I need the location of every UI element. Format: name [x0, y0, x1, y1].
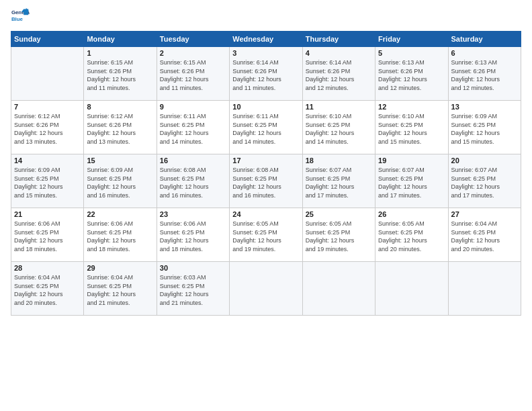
day-info: Sunrise: 6:11 AM Sunset: 6:25 PM Dayligh… — [232, 112, 299, 146]
weekday-header-thursday: Thursday — [302, 32, 375, 47]
day-info: Sunrise: 6:08 AM Sunset: 6:25 PM Dayligh… — [232, 166, 299, 199]
day-number: 25 — [306, 210, 372, 218]
day-number: 27 — [451, 210, 518, 218]
calendar-cell: 7Sunrise: 6:12 AM Sunset: 6:26 PM Daylig… — [11, 101, 84, 154]
day-info: Sunrise: 6:07 AM Sunset: 6:25 PM Dayligh… — [306, 166, 372, 199]
calendar-cell: 15Sunrise: 6:09 AM Sunset: 6:25 PM Dayli… — [84, 154, 157, 208]
day-number: 13 — [451, 103, 518, 111]
day-number: 2 — [160, 49, 226, 57]
weekday-header-sunday: Sunday — [11, 32, 84, 47]
day-info: Sunrise: 6:13 AM Sunset: 6:26 PM Dayligh… — [378, 58, 445, 92]
calendar-cell — [448, 262, 521, 316]
day-info: Sunrise: 6:04 AM Sunset: 6:25 PM Dayligh… — [87, 273, 153, 307]
day-info: Sunrise: 6:03 AM Sunset: 6:25 PM Dayligh… — [160, 273, 226, 307]
day-info: Sunrise: 6:14 AM Sunset: 6:26 PM Dayligh… — [232, 58, 299, 92]
calendar-cell: 10Sunrise: 6:11 AM Sunset: 6:25 PM Dayli… — [230, 101, 302, 154]
weekday-header-row: SundayMondayTuesdayWednesdayThursdayFrid… — [11, 32, 521, 47]
calendar-cell: 24Sunrise: 6:05 AM Sunset: 6:25 PM Dayli… — [230, 208, 302, 262]
day-number: 8 — [87, 103, 153, 111]
day-info: Sunrise: 6:06 AM Sunset: 6:25 PM Dayligh… — [14, 220, 81, 253]
day-info: Sunrise: 6:06 AM Sunset: 6:25 PM Dayligh… — [87, 220, 153, 253]
day-number: 28 — [14, 264, 81, 272]
day-info: Sunrise: 6:09 AM Sunset: 6:25 PM Dayligh… — [451, 112, 518, 146]
day-number: 11 — [306, 103, 372, 111]
day-number: 1 — [87, 49, 153, 57]
calendar-cell: 23Sunrise: 6:06 AM Sunset: 6:25 PM Dayli… — [157, 208, 229, 262]
day-info: Sunrise: 6:05 AM Sunset: 6:25 PM Dayligh… — [232, 220, 299, 253]
logo: General Blue — [11, 7, 32, 26]
day-info: Sunrise: 6:06 AM Sunset: 6:25 PM Dayligh… — [160, 220, 226, 253]
calendar-cell — [302, 262, 375, 316]
day-info: Sunrise: 6:13 AM Sunset: 6:26 PM Dayligh… — [451, 58, 518, 92]
calendar-cell: 13Sunrise: 6:09 AM Sunset: 6:25 PM Dayli… — [448, 101, 521, 154]
day-info: Sunrise: 6:04 AM Sunset: 6:25 PM Dayligh… — [14, 273, 81, 307]
weekday-header-monday: Monday — [84, 32, 157, 47]
calendar-cell: 11Sunrise: 6:10 AM Sunset: 6:25 PM Dayli… — [302, 101, 375, 154]
day-number: 5 — [378, 49, 445, 57]
calendar-table: SundayMondayTuesdayWednesdayThursdayFrid… — [11, 31, 521, 316]
calendar-cell: 12Sunrise: 6:10 AM Sunset: 6:25 PM Dayli… — [375, 101, 448, 154]
calendar-cell: 21Sunrise: 6:06 AM Sunset: 6:25 PM Dayli… — [11, 208, 84, 262]
calendar-cell: 17Sunrise: 6:08 AM Sunset: 6:25 PM Dayli… — [230, 154, 302, 208]
calendar-page: General Blue SundayMondayTuesdayWednesda… — [0, 0, 532, 411]
calendar-cell: 1Sunrise: 6:15 AM Sunset: 6:26 PM Daylig… — [84, 47, 157, 101]
day-number: 4 — [306, 49, 372, 57]
calendar-cell: 22Sunrise: 6:06 AM Sunset: 6:25 PM Dayli… — [84, 208, 157, 262]
logo-icon: General Blue — [11, 7, 30, 26]
day-info: Sunrise: 6:07 AM Sunset: 6:25 PM Dayligh… — [378, 166, 445, 199]
day-number: 15 — [87, 156, 153, 165]
calendar-cell: 8Sunrise: 6:12 AM Sunset: 6:26 PM Daylig… — [84, 101, 157, 154]
day-number: 22 — [87, 210, 153, 218]
day-number: 29 — [87, 264, 153, 272]
weekday-header-tuesday: Tuesday — [157, 32, 229, 47]
day-number: 18 — [306, 156, 372, 165]
day-number: 10 — [232, 103, 299, 111]
day-number: 9 — [160, 103, 226, 111]
day-number: 19 — [378, 156, 445, 165]
calendar-cell: 19Sunrise: 6:07 AM Sunset: 6:25 PM Dayli… — [375, 154, 448, 208]
day-info: Sunrise: 6:09 AM Sunset: 6:25 PM Dayligh… — [14, 166, 81, 199]
calendar-cell: 25Sunrise: 6:05 AM Sunset: 6:25 PM Dayli… — [302, 208, 375, 262]
day-number: 12 — [378, 103, 445, 111]
day-number: 26 — [378, 210, 445, 218]
day-number: 21 — [14, 210, 81, 218]
day-info: Sunrise: 6:15 AM Sunset: 6:26 PM Dayligh… — [87, 58, 153, 92]
day-number: 3 — [232, 49, 299, 57]
day-info: Sunrise: 6:05 AM Sunset: 6:25 PM Dayligh… — [306, 220, 372, 253]
calendar-cell: 3Sunrise: 6:14 AM Sunset: 6:26 PM Daylig… — [230, 47, 302, 101]
day-info: Sunrise: 6:12 AM Sunset: 6:26 PM Dayligh… — [87, 112, 153, 146]
day-info: Sunrise: 6:07 AM Sunset: 6:25 PM Dayligh… — [451, 166, 518, 199]
day-info: Sunrise: 6:14 AM Sunset: 6:26 PM Dayligh… — [306, 58, 372, 92]
header: General Blue — [11, 7, 521, 26]
calendar-cell: 29Sunrise: 6:04 AM Sunset: 6:25 PM Dayli… — [84, 262, 157, 316]
day-info: Sunrise: 6:12 AM Sunset: 6:26 PM Dayligh… — [14, 112, 81, 146]
calendar-cell: 14Sunrise: 6:09 AM Sunset: 6:25 PM Dayli… — [11, 154, 84, 208]
day-number: 16 — [160, 156, 226, 165]
day-number: 23 — [160, 210, 226, 218]
calendar-week-row: 7Sunrise: 6:12 AM Sunset: 6:26 PM Daylig… — [11, 101, 521, 154]
calendar-cell: 20Sunrise: 6:07 AM Sunset: 6:25 PM Dayli… — [448, 154, 521, 208]
calendar-cell — [11, 47, 84, 101]
day-info: Sunrise: 6:05 AM Sunset: 6:25 PM Dayligh… — [378, 220, 445, 253]
calendar-cell — [375, 262, 448, 316]
calendar-cell: 26Sunrise: 6:05 AM Sunset: 6:25 PM Dayli… — [375, 208, 448, 262]
day-number: 6 — [451, 49, 518, 57]
calendar-cell: 4Sunrise: 6:14 AM Sunset: 6:26 PM Daylig… — [302, 47, 375, 101]
calendar-cell: 18Sunrise: 6:07 AM Sunset: 6:25 PM Dayli… — [302, 154, 375, 208]
day-number: 20 — [451, 156, 518, 165]
day-number: 24 — [232, 210, 299, 218]
day-info: Sunrise: 6:11 AM Sunset: 6:25 PM Dayligh… — [160, 112, 226, 146]
svg-text:Blue: Blue — [11, 16, 24, 22]
calendar-week-row: 1Sunrise: 6:15 AM Sunset: 6:26 PM Daylig… — [11, 47, 521, 101]
day-info: Sunrise: 6:04 AM Sunset: 6:25 PM Dayligh… — [451, 220, 518, 253]
day-info: Sunrise: 6:15 AM Sunset: 6:26 PM Dayligh… — [160, 58, 226, 92]
calendar-cell: 9Sunrise: 6:11 AM Sunset: 6:25 PM Daylig… — [157, 101, 229, 154]
day-number: 30 — [160, 264, 226, 272]
day-info: Sunrise: 6:10 AM Sunset: 6:25 PM Dayligh… — [306, 112, 372, 146]
calendar-cell: 30Sunrise: 6:03 AM Sunset: 6:25 PM Dayli… — [157, 262, 229, 316]
calendar-week-row: 21Sunrise: 6:06 AM Sunset: 6:25 PM Dayli… — [11, 208, 521, 262]
calendar-week-row: 14Sunrise: 6:09 AM Sunset: 6:25 PM Dayli… — [11, 154, 521, 208]
weekday-header-friday: Friday — [375, 32, 448, 47]
day-info: Sunrise: 6:08 AM Sunset: 6:25 PM Dayligh… — [160, 166, 226, 199]
calendar-cell: 28Sunrise: 6:04 AM Sunset: 6:25 PM Dayli… — [11, 262, 84, 316]
